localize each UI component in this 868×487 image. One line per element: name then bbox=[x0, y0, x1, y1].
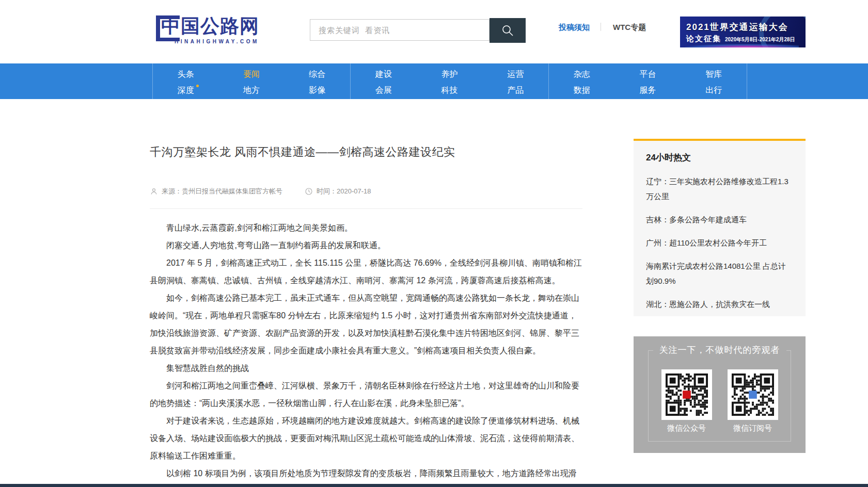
wtc-topic-link[interactable]: WTC专题 bbox=[613, 23, 646, 33]
nav-item-products[interactable]: 产品 bbox=[507, 82, 524, 98]
article-paragraph: 集智慧战胜自然的挑战 bbox=[150, 360, 582, 377]
nav-item-headlines[interactable]: 头条 bbox=[178, 66, 194, 82]
nav-item-maintenance[interactable]: 养护 bbox=[441, 66, 458, 82]
search-icon bbox=[501, 24, 514, 37]
wechat-subscription-qr-code bbox=[728, 369, 778, 420]
article-paragraph: 剑河和榕江两地之间重峦叠嶂、江河纵横、景象万千，清朝名臣林则徐在行经这片土地，对… bbox=[150, 377, 582, 412]
search-button[interactable] bbox=[490, 18, 526, 43]
nav-item-news[interactable]: 要闻 bbox=[243, 66, 260, 82]
nav-item-images[interactable]: 影像 bbox=[309, 82, 325, 98]
sidebar: 24小时热文 辽宁：三年实施农村公路维修改造工程1.3万公里 吉林：多条公路今年… bbox=[634, 139, 806, 453]
article-body: 青山绿水,云蒸霞蔚,剑河和榕江两地之间美景如画。 闭塞交通,人穷地贫,弯弯山路一… bbox=[150, 219, 582, 482]
nav-item-thinktank[interactable]: 智库 bbox=[705, 66, 722, 82]
nav-group-3: 杂志 数据 平台 服务 智库 出行 bbox=[549, 63, 747, 99]
article-meta: 来源：贵州日报当代融媒体集团官方帐号 时间：2020-07-18 bbox=[150, 187, 582, 196]
site-logo[interactable]: 中国公路网 HINAHIGHWAY.COM bbox=[156, 14, 280, 46]
nav-item-platform[interactable]: 平台 bbox=[640, 66, 656, 82]
hot-article-link[interactable]: 广州：超110公里农村公路今年开工 bbox=[646, 235, 793, 250]
hot-articles-box: 24小时热文 辽宁：三年实施农村公路维修改造工程1.3万公里 吉林：多条公路今年… bbox=[634, 139, 806, 316]
article-paragraph: 闭塞交通,人穷地贫,弯弯山路一直制约着两县的发展和联通。 bbox=[150, 237, 582, 254]
banner-date: 2020年5月8日-2021年2月28日 bbox=[725, 36, 795, 43]
header-link-separator bbox=[601, 23, 601, 31]
article-source: 来源：贵州日报当代融媒体集团官方帐号 bbox=[150, 187, 305, 196]
nav-item-data[interactable]: 数据 bbox=[574, 82, 590, 98]
nav-item-construction[interactable]: 建设 bbox=[375, 66, 392, 82]
wtc-banner-ad[interactable]: 2021世界交通运输大会 论文征集 2020年5月8日-2021年2月28日 bbox=[680, 17, 806, 47]
nav-group-1: 头条 深度 要闻 地方 综合 影像 bbox=[152, 63, 351, 99]
article-divider bbox=[150, 208, 582, 209]
nav-item-service[interactable]: 服务 bbox=[640, 82, 656, 98]
qr-row: 微信公众号 微信订阅号 bbox=[634, 369, 806, 433]
banner-title: 2021世界交通运输大会 bbox=[686, 21, 806, 33]
logo-title: 中国公路网 bbox=[161, 13, 259, 39]
nav-item-expo[interactable]: 会展 bbox=[375, 82, 392, 98]
hot-articles-title: 24小时热文 bbox=[646, 152, 793, 164]
page: 中国公路网 HINAHIGHWAY.COM 投稿须知 WTC专题 2021世界交… bbox=[0, 0, 868, 487]
nav-item-magazine[interactable]: 杂志 bbox=[574, 66, 590, 82]
footer-strip bbox=[0, 484, 868, 487]
nav-item-operation[interactable]: 运营 bbox=[507, 66, 524, 82]
author-icon bbox=[150, 187, 158, 196]
article-paragraph: 以剑榕 10 标项目为例，该项目所处地质为节理裂隙发育的变质板岩，降雨频繁且雨量… bbox=[150, 465, 582, 482]
new-dot-icon bbox=[196, 85, 199, 87]
hot-articles-list: 辽宁：三年实施农村公路维修改造工程1.3万公里 吉林：多条公路今年建成通车 广州… bbox=[646, 174, 793, 312]
nav-item-technology[interactable]: 科技 bbox=[441, 82, 458, 98]
follow-box: 关注一下，不做时代的旁观者 微信公众号 微信订阅号 bbox=[634, 336, 806, 453]
nav-group-2: 建设 会展 养护 科技 运营 产品 bbox=[351, 63, 549, 99]
article: 千沟万壑架长龙 风雨不惧建通途——剑榕高速公路建设纪实 来源：贵州日报当代融媒体… bbox=[150, 144, 582, 482]
search-input[interactable] bbox=[310, 19, 490, 41]
hot-article-link[interactable]: 湖北：恩施公路人，抗洪救灾在一线 bbox=[646, 297, 793, 312]
search-bar bbox=[310, 19, 526, 42]
article-time: 时间：2020-07-18 bbox=[305, 187, 371, 196]
nav-item-comprehensive[interactable]: 综合 bbox=[309, 66, 325, 82]
header: 中国公路网 HINAHIGHWAY.COM 投稿须知 WTC专题 2021世界交… bbox=[0, 0, 868, 63]
wechat-official-qr-code bbox=[661, 369, 712, 420]
submit-notice-link[interactable]: 投稿须知 bbox=[559, 23, 590, 33]
follow-title: 关注一下，不做时代的旁观者 bbox=[653, 344, 786, 357]
hot-article-link[interactable]: 辽宁：三年实施农村公路维修改造工程1.3万公里 bbox=[646, 174, 793, 204]
article-paragraph: 2017 年 5 月，剑榕高速正式动工，全长 115.115 公里，桥隧比高达 … bbox=[150, 254, 582, 289]
qr-label-official: 微信公众号 bbox=[661, 424, 712, 433]
nav-item-depth[interactable]: 深度 bbox=[178, 82, 194, 98]
main-nav: 头条 深度 要闻 地方 综合 影像 建设 会展 养护 bbox=[0, 63, 868, 99]
logo-subtitle: HINAHIGHWAY.COM bbox=[175, 39, 259, 44]
nav-item-local[interactable]: 地方 bbox=[243, 82, 260, 98]
article-paragraph: 青山绿水,云蒸霞蔚,剑河和榕江两地之间美景如画。 bbox=[150, 219, 582, 237]
article-title: 千沟万壑架长龙 风雨不惧建通途——剑榕高速公路建设纪实 bbox=[150, 144, 582, 160]
article-paragraph: 对于建设者来说，生态越原始，环境越幽闭的地方建设难度就越大。剑榕高速的建设除了便… bbox=[150, 412, 582, 465]
nav-item-travel[interactable]: 出行 bbox=[705, 82, 722, 98]
banner-subtitle: 论文征集 bbox=[686, 34, 721, 44]
hot-article-link[interactable]: 吉林：多条公路今年建成通车 bbox=[646, 212, 793, 227]
hot-article-link[interactable]: 海南累计完成农村公路14081公里 占总计划90.9% bbox=[646, 258, 793, 288]
qr-label-subscription: 微信订阅号 bbox=[728, 424, 778, 433]
article-paragraph: 如今，剑榕高速公路已基本完工，虽未正式通车，但从高空眺望，宽阔通畅的高速公路犹如… bbox=[150, 289, 582, 360]
clock-icon bbox=[305, 187, 313, 196]
